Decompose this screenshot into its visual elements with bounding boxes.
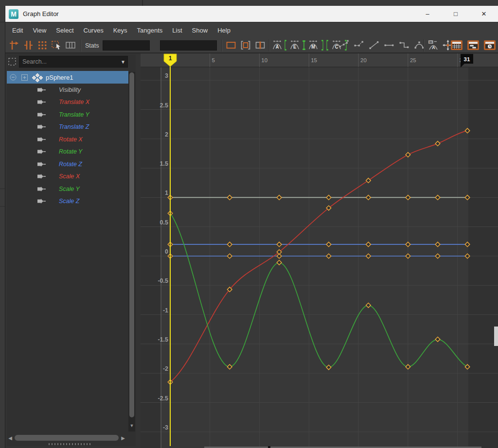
curve-preset-a-icon[interactable]: A: [272, 39, 283, 51]
unify-tangents-icon[interactable]: [338, 39, 350, 51]
svg-text:in: in: [429, 40, 432, 44]
expand-all-icon[interactable]: [20, 73, 29, 82]
mesh-icon: [31, 72, 44, 82]
background-artifact: [268, 446, 270, 448]
channel-label: Translate Z: [59, 123, 89, 130]
vertical-scrollbar[interactable]: [128, 72, 135, 431]
value-axis-label: 0: [165, 248, 168, 255]
toolbar: Stats AEMC inA: [5, 38, 498, 53]
maya-logo-icon: M: [9, 9, 18, 19]
close-button[interactable]: ✕: [470, 6, 498, 22]
value-axis-label: 0.5: [160, 219, 168, 226]
pin-channel-icon[interactable]: [37, 136, 47, 143]
retime-tool-icon[interactable]: [65, 39, 76, 51]
ruler-tick-label: 25: [410, 57, 416, 63]
tree-item-rotate-x[interactable]: Rotate X: [7, 133, 128, 146]
pin-channel-icon[interactable]: [37, 111, 47, 118]
value-axis-label: -1: [163, 307, 168, 314]
maximize-button[interactable]: □: [442, 6, 470, 22]
panel-resize-grip[interactable]: [49, 443, 92, 445]
value-axis-label: -0.5: [158, 277, 168, 284]
stats-frame-input[interactable]: [103, 40, 150, 51]
vertical-scrollbar-thumb[interactable]: [129, 72, 134, 417]
stats-value-input[interactable]: [160, 40, 217, 51]
scroll-down-icon[interactable]: ▼: [128, 422, 135, 430]
menu-edit[interactable]: Edit: [12, 27, 23, 34]
scroll-right-icon[interactable]: ▶: [120, 435, 126, 441]
svg-text:E: E: [293, 44, 297, 50]
time-ruler[interactable]: [141, 53, 498, 67]
value-axis-label: -2: [163, 365, 168, 372]
curve-preset-m-icon[interactable]: M: [308, 39, 319, 51]
value-axis-label: 3: [165, 72, 168, 79]
pin-channel-icon[interactable]: [37, 99, 47, 105]
pin-channel-icon[interactable]: [37, 186, 47, 192]
menu-help[interactable]: Help: [217, 27, 231, 34]
value-axis-label: -1.5: [158, 336, 168, 343]
channel-label: Scale X: [59, 173, 80, 180]
spreadsheet-icon[interactable]: [450, 39, 462, 51]
pin-channel-icon[interactable]: [37, 148, 47, 155]
collapse-icon[interactable]: [9, 73, 18, 82]
svg-text:A: A: [276, 44, 279, 50]
bracket-open-icon: [325, 39, 330, 51]
insert-keys-icon[interactable]: [22, 39, 34, 51]
tree-item-psphere1[interactable]: pSphere1: [7, 71, 128, 84]
value-axis-label: 1: [165, 190, 168, 196]
time-editor-icon[interactable]: [483, 39, 496, 51]
dope-sheet-icon[interactable]: [466, 39, 479, 51]
channel-label: Rotate X: [59, 136, 83, 143]
tree-item-visibility[interactable]: Visibility: [7, 84, 128, 96]
region-select-keys-icon[interactable]: [51, 39, 62, 51]
tree-item-scale-y[interactable]: Scale Y: [7, 183, 128, 195]
curve-preset-e-icon[interactable]: E: [289, 39, 300, 51]
tree-item-translate-x[interactable]: Translate X: [7, 96, 128, 109]
tree-item-rotate-z[interactable]: Rotate Z: [7, 158, 128, 171]
tree-item-translate-y[interactable]: Translate Y: [7, 108, 128, 121]
svg-text:M: M: [311, 44, 315, 50]
pin-channel-icon[interactable]: [37, 86, 47, 93]
menu-select[interactable]: Select: [56, 27, 73, 34]
horizontal-scrollbar[interactable]: ◀ ▶: [7, 434, 135, 442]
lattice-deform-keys-icon[interactable]: [36, 39, 48, 51]
tree-item-rotate-y[interactable]: Rotate Y: [7, 146, 128, 158]
channel-label: Translate X: [59, 99, 89, 105]
linear-tangent-icon[interactable]: [368, 39, 380, 51]
move-nearest-picked-key-icon[interactable]: [8, 39, 20, 51]
menu-list[interactable]: List: [172, 27, 182, 34]
tree-item-scale-x[interactable]: Scale X: [7, 171, 128, 183]
pin-channel-icon[interactable]: [37, 161, 47, 168]
menu-show[interactable]: Show: [192, 27, 208, 34]
absolute-view-icon[interactable]: [225, 39, 237, 51]
menu-tangents[interactable]: Tangents: [137, 27, 163, 34]
filter-icon[interactable]: [7, 56, 18, 67]
channel-label: Translate Y: [59, 111, 89, 118]
flat-tangent-icon[interactable]: [383, 39, 395, 51]
menu-view[interactable]: View: [33, 27, 46, 34]
search-input[interactable]: [19, 58, 119, 66]
minimize-button[interactable]: –: [413, 6, 442, 22]
graph-area: 32.521.510.50-0.5-1-1.5-2-2.5-3151015202…: [141, 53, 498, 448]
stacked-view-icon[interactable]: [240, 39, 251, 51]
horizontal-scrollbar-thumb[interactable]: [15, 435, 119, 441]
scroll-left-icon[interactable]: ◀: [7, 435, 14, 441]
auto-tangent-icon[interactable]: inA: [427, 39, 439, 51]
tree-item-scale-z[interactable]: Scale Z: [7, 195, 128, 208]
pin-channel-icon[interactable]: [37, 173, 47, 180]
pin-channel-icon[interactable]: [37, 198, 47, 205]
normalized-view-icon[interactable]: [254, 39, 266, 51]
menu-curves[interactable]: Curves: [84, 27, 104, 34]
search-dropdown-icon[interactable]: ▼: [119, 59, 127, 65]
pre-range-shading: [141, 67, 161, 448]
tree-item-translate-z[interactable]: Translate Z: [7, 121, 128, 134]
break-tangents-icon[interactable]: [353, 39, 365, 51]
step-tangent-icon[interactable]: [398, 39, 410, 51]
value-axis-label: -2.5: [158, 395, 168, 402]
value-axis-label: 2: [165, 131, 168, 138]
svg-text:A: A: [432, 45, 435, 50]
pin-channel-icon[interactable]: [37, 123, 47, 130]
playhead-frame-label: 1: [169, 55, 172, 62]
channel-outliner-panel: ▼ pSphere1VisibilityTranslate XTranslate…: [7, 54, 136, 446]
title-bar[interactable]: M Graph Editor – □ ✕: [5, 6, 498, 22]
menu-keys[interactable]: Keys: [113, 27, 127, 34]
